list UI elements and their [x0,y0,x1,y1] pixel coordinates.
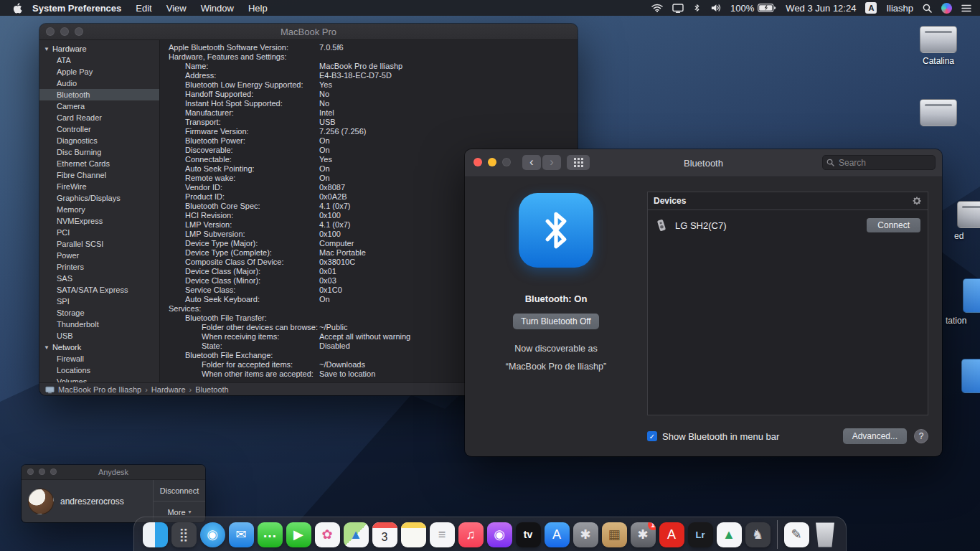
dock-facetime[interactable]: ▶ [285,521,312,548]
dock-photos[interactable]: ✿ [314,521,341,548]
sidebar-item[interactable]: ▼Thunderbolt [39,319,159,330]
disconnect-button[interactable]: Disconnect [154,480,205,501]
bluetooth-menu-icon[interactable] [693,3,701,13]
forward-button[interactable]: › [542,155,561,170]
dock-adobe-acrobat[interactable]: A [658,521,685,548]
menu-item[interactable]: Help [248,3,268,14]
sidebar-item[interactable]: ▼Fibre Channel [39,169,159,181]
desktop-icon-partial-file[interactable] [961,359,980,396]
desktop-icon-partial-ed[interactable]: ed [948,201,980,241]
turn-bluetooth-off-button[interactable]: Turn Bluetooth Off [513,314,598,329]
sidebar-item[interactable]: ▼PCI [39,227,159,238]
desktop-icon-catalina[interactable]: Catalina [911,26,966,66]
dock-maps[interactable]: ▲ [342,521,369,548]
show-in-menubar-label[interactable]: Show Bluetooth in menu bar [662,431,779,442]
fast-user-switching[interactable]: Iliashp [886,3,913,14]
sidebar-item[interactable]: ▼Camera [39,100,159,112]
show-all-button[interactable] [567,155,590,170]
sidebar-item[interactable]: ▼NVMExpress [39,215,159,227]
sidebar-item[interactable]: ▼Volumes [39,376,159,382]
back-button[interactable]: ‹ [522,155,541,170]
zoom-button[interactable] [75,27,83,36]
dock-calendar[interactable]: 3 [371,521,398,548]
dock-notes[interactable] [400,521,427,548]
gear-icon[interactable] [912,196,922,206]
help-button[interactable]: ? [914,429,928,443]
apple-menu[interactable] [13,3,22,14]
close-button[interactable] [27,468,34,475]
connect-button[interactable]: Connect [867,218,920,232]
sidebar-item[interactable]: ▼Card Reader [39,112,159,123]
sidebar-item[interactable]: ▼Locations [39,364,159,376]
sidebar-item[interactable]: ▼USB [39,330,159,342]
sidebar-item[interactable]: ▼SPI [39,296,159,307]
dock-textedit[interactable]: ✎ [783,521,810,548]
input-source-icon[interactable]: A [865,2,877,14]
sidebar-item[interactable]: ▼ATA [39,55,159,66]
sidebar-item[interactable]: ▼Apple Pay [39,66,159,77]
dock-mail[interactable]: ✉ [227,521,255,548]
notification-center-icon[interactable] [961,4,971,12]
show-in-menubar-checkbox[interactable]: ✓ [647,431,657,441]
dock-software-update[interactable]: ✱ 1 [629,521,656,548]
sidebar-item[interactable]: ▼SAS [39,273,159,284]
advanced-button[interactable]: Advanced... [843,428,907,444]
wifi-icon[interactable] [651,4,663,12]
minimize-button[interactable] [60,27,69,36]
sidebar-item[interactable]: ▼Bluetooth [39,89,159,100]
dock-messages[interactable]: … [256,521,283,548]
dock-google-drive[interactable]: ▲ [715,521,743,548]
sidebar-item[interactable]: ▼Ethernet Cards [39,158,159,169]
desktop-icon-disk2[interactable] [911,99,966,129]
dock-tv[interactable]: tv [514,521,542,548]
menu-item[interactable]: Edit [136,3,151,14]
search-input[interactable] [837,157,931,169]
sidebar-item[interactable]: ▼Printers [39,261,159,273]
desktop-icon-partial-tation[interactable]: tation [944,278,980,326]
minimize-button[interactable] [488,158,496,166]
sidebar-item[interactable]: ▼Audio [39,77,159,89]
siri-icon[interactable] [941,3,952,14]
dock-podcasts[interactable]: ◉ [486,521,513,548]
zoom-button[interactable] [50,468,57,475]
menu-item[interactable]: Window [201,3,234,14]
menu-item[interactable]: View [166,3,187,14]
menu-bar-clock[interactable]: Wed 3 Jun 12:24 [786,3,856,14]
volume-icon[interactable] [710,4,721,12]
sidebar-item[interactable]: ▼Graphics/Displays [39,192,159,204]
sidebar-item[interactable]: ▼Power [39,250,159,261]
spotlight-icon[interactable] [923,4,932,13]
dock-safari[interactable]: ◉ [199,521,226,548]
displays-icon[interactable] [672,4,684,13]
sidebar-item[interactable]: ▼Parallel SCSI [39,238,159,250]
sidebar-item[interactable]: ▼Network [39,342,159,353]
search-field[interactable] [822,155,936,170]
dock-trash[interactable] [811,521,839,548]
dock-system-preferences[interactable]: ✱ [572,521,599,548]
breadcrumb-bluetooth[interactable]: Bluetooth [195,385,228,394]
disclosure-triangle-icon[interactable]: ▼ [44,342,50,354]
minimize-button[interactable] [39,468,45,475]
breadcrumb-computer[interactable]: MacBook Pro de Iliashp [58,385,141,394]
sidebar-item[interactable]: ▼FireWire [39,181,159,192]
active-app-name[interactable]: System Preferences [32,3,121,14]
dock-adobe-lightroom[interactable]: Lr [687,521,714,548]
disclosure-triangle-icon[interactable]: ▼ [44,44,50,55]
breadcrumb-hardware[interactable]: Hardware [151,385,186,394]
dock-app-store[interactable]: A [543,521,570,548]
sidebar-item[interactable]: ▼Disc Burning [39,146,159,158]
dock-reminders[interactable]: ≡ [428,521,456,548]
sidebar-item[interactable]: ▼Controller [39,123,159,135]
dock-launchpad[interactable]: ⣿ [170,521,197,548]
close-button[interactable] [473,158,482,166]
sidebar-item[interactable]: ▼Diagnostics [39,135,159,146]
dock-separator[interactable] [773,521,781,548]
dock-chess[interactable]: ♞ [744,521,771,548]
sidebar-item[interactable]: ▼Firewall [39,353,159,364]
dock-finder[interactable] [141,521,169,548]
zoom-button[interactable] [502,158,511,166]
sidebar-item[interactable]: ▼Hardware [39,43,159,55]
battery-status[interactable]: 100% [730,3,776,14]
dock-toolbox[interactable]: ▦ [600,521,628,548]
sidebar-item[interactable]: ▼Memory [39,204,159,215]
